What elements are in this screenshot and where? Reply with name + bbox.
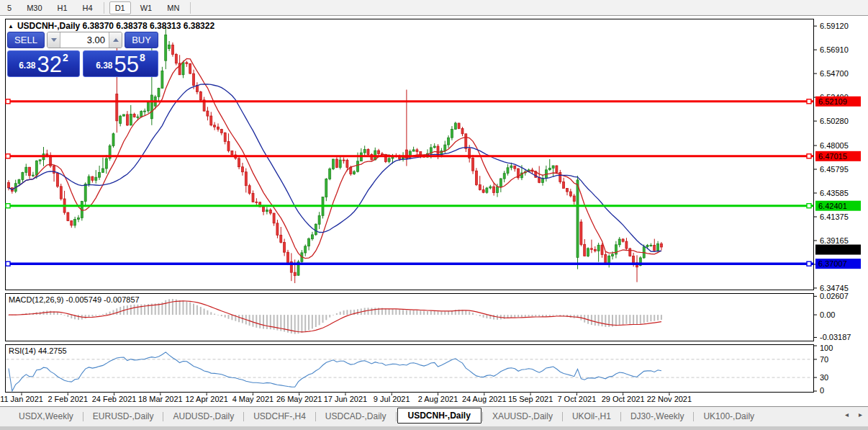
tab-uk100-daily[interactable]: UK100-,Daily bbox=[695, 408, 763, 424]
candle bbox=[339, 160, 341, 167]
candle bbox=[35, 161, 37, 175]
chart-title-text: USDCNH-,Daily 6.38370 6.38378 6.38313 6.… bbox=[17, 21, 214, 31]
date-tick-label: 24 Feb 2021 bbox=[92, 395, 137, 403]
price-label-chip-text: 6.42401 bbox=[818, 202, 847, 210]
sell-button[interactable]: SELL bbox=[7, 32, 45, 48]
rsi-tick-label: 70 bbox=[820, 355, 828, 364]
price-tick-label: 6.45795 bbox=[820, 165, 849, 174]
sell-price-box[interactable]: 6.38 32 2 bbox=[7, 50, 80, 77]
toolbar-separator bbox=[190, 2, 191, 14]
candle bbox=[622, 239, 624, 241]
candle bbox=[78, 218, 80, 220]
candle bbox=[67, 212, 69, 221]
tab-separator bbox=[83, 412, 83, 421]
candle bbox=[489, 187, 492, 188]
line-handle[interactable] bbox=[6, 154, 10, 158]
timeframe-button-h1[interactable]: H1 bbox=[52, 1, 73, 14]
volume-increase-button[interactable] bbox=[109, 32, 122, 48]
candle bbox=[150, 95, 153, 119]
tab-usdcad-daily[interactable]: USDCAD-,Daily bbox=[317, 408, 395, 424]
candle bbox=[329, 169, 331, 179]
tab-separator bbox=[163, 412, 163, 421]
timeframe-button-5[interactable]: 5 bbox=[1, 1, 17, 14]
triangle-up-icon bbox=[113, 38, 119, 42]
line-handle[interactable] bbox=[6, 204, 10, 208]
candle bbox=[388, 158, 390, 161]
timeframe-button-h4[interactable]: H4 bbox=[77, 1, 99, 14]
date-tick-label: 11 Jan 2021 bbox=[0, 395, 43, 403]
timeframe-button-mn[interactable]: MN bbox=[161, 1, 185, 14]
tab-scroll-buttons: ◂ ▸ bbox=[845, 411, 862, 418]
timeframe-button-d1[interactable]: D1 bbox=[109, 1, 131, 14]
tab-scroll-left-icon[interactable]: ◂ bbox=[845, 411, 849, 418]
candle bbox=[357, 161, 359, 171]
macd-tick-label: -0.03187 bbox=[820, 333, 851, 341]
candle bbox=[248, 186, 250, 194]
line-handle[interactable] bbox=[807, 204, 811, 208]
candle bbox=[263, 207, 265, 212]
candle bbox=[175, 54, 177, 63]
candle bbox=[39, 160, 41, 161]
macd-indicator-label: MACD(12,26,9) -0.005749 -0.007857 bbox=[9, 295, 140, 304]
candle bbox=[350, 168, 352, 174]
timeframe-button-w1[interactable]: W1 bbox=[135, 1, 158, 14]
candle bbox=[25, 167, 27, 172]
candle bbox=[573, 196, 575, 201]
candle bbox=[56, 174, 58, 187]
candle bbox=[280, 235, 282, 242]
tab-ukoil-h1[interactable]: UKOil-,H1 bbox=[564, 408, 620, 424]
candle bbox=[363, 149, 366, 153]
candle bbox=[499, 179, 502, 187]
date-tick-label: 18 Mar 2021 bbox=[138, 395, 183, 403]
tab-eurusd-daily[interactable]: EURUSD-,Daily bbox=[84, 408, 163, 424]
bottom-status-strip bbox=[0, 426, 868, 430]
date-tick-label: 2 Aug 2021 bbox=[418, 395, 458, 403]
candle bbox=[378, 151, 380, 154]
price-tick-label: 6.50280 bbox=[820, 117, 849, 125]
tab-usdcnh-daily[interactable]: USDCNH-,Daily bbox=[397, 408, 482, 424]
candle bbox=[587, 248, 589, 256]
candle bbox=[227, 141, 230, 151]
volume-decrease-button[interactable] bbox=[48, 32, 60, 48]
candle bbox=[612, 254, 614, 256]
buy-button[interactable]: BUY bbox=[125, 32, 158, 48]
price-tick-label: 6.54700 bbox=[820, 69, 849, 78]
candle bbox=[99, 172, 101, 177]
candle bbox=[566, 188, 569, 192]
line-handle[interactable] bbox=[6, 99, 10, 104]
candle bbox=[597, 245, 600, 251]
candle bbox=[112, 134, 114, 146]
candle bbox=[304, 246, 307, 253]
line-handle[interactable] bbox=[6, 261, 10, 266]
candle bbox=[444, 145, 446, 151]
candle bbox=[503, 174, 505, 179]
tab-audusd-daily[interactable]: AUDUSD-,Daily bbox=[164, 408, 243, 424]
timeframe-button-m30[interactable]: M30 bbox=[21, 1, 48, 14]
line-handle[interactable] bbox=[807, 99, 811, 104]
tab-dj30-weekly[interactable]: DJ30-,Weekly bbox=[622, 408, 692, 424]
volume-field[interactable]: 3.00 bbox=[60, 32, 109, 48]
tab-xauusd-daily[interactable]: XAUUSD-,Daily bbox=[484, 408, 561, 424]
candle bbox=[84, 184, 86, 201]
chart-tab-bar: USDX,WeeklyEURUSD-,DailyAUDUSD-,DailyUSD… bbox=[0, 406, 868, 426]
candle bbox=[318, 215, 320, 224]
buy-price-box[interactable]: 6.38 55 8 bbox=[83, 50, 158, 77]
candle bbox=[224, 133, 226, 142]
sell-price-big: 32 bbox=[37, 53, 62, 76]
candle bbox=[660, 244, 662, 247]
buy-price-big: 55 bbox=[114, 53, 139, 76]
tab-usdx-weekly[interactable]: USDX,Weekly bbox=[10, 408, 82, 424]
sell-price-sup: 2 bbox=[63, 52, 68, 63]
candle bbox=[217, 127, 220, 129]
candle bbox=[608, 256, 610, 264]
candle bbox=[486, 188, 488, 192]
line-handle[interactable] bbox=[807, 154, 811, 158]
candle bbox=[437, 146, 439, 156]
candle bbox=[433, 146, 435, 148]
line-handle[interactable] bbox=[807, 261, 811, 266]
tab-usdchf-h4[interactable]: USDCHF-,H4 bbox=[245, 408, 315, 424]
tab-scroll-right-icon[interactable]: ▸ bbox=[859, 411, 862, 418]
candle bbox=[71, 221, 73, 225]
date-tick-label: 29 Oct 2021 bbox=[602, 395, 645, 403]
panel-collapse-icon[interactable]: ▲ bbox=[8, 23, 14, 30]
